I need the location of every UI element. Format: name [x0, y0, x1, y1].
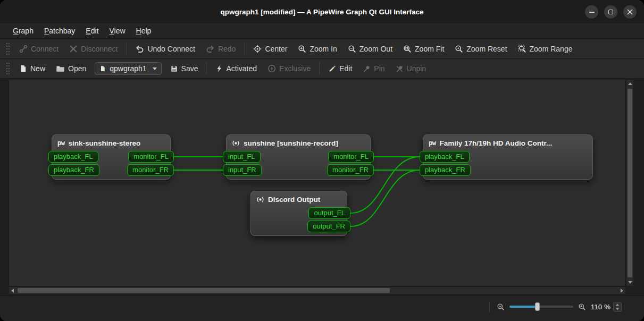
menu-edit[interactable]: Edit — [80, 24, 104, 37]
new-button[interactable]: New — [15, 62, 49, 75]
record-icon — [256, 196, 264, 204]
open-button[interactable]: Open — [52, 62, 90, 75]
slider-fill — [509, 306, 536, 308]
zoom-reset-button[interactable]: Zoom Reset — [450, 43, 511, 55]
disconnect-button[interactable]: Disconnect — [65, 43, 122, 55]
toolbar-separator — [206, 62, 207, 75]
scroll-down-button[interactable] — [626, 279, 633, 286]
exclusive-label: Exclusive — [279, 64, 311, 73]
activated-label: Activated — [226, 64, 257, 73]
zoom-fit-label: Zoom Fit — [415, 45, 444, 53]
zoom-out-button[interactable]: Zoom Out — [344, 43, 397, 55]
slider-handle[interactable] — [535, 302, 540, 311]
graph-canvas[interactable]: pw sink-sunshine-stereo playback_FL moni… — [9, 80, 626, 286]
pipewire-icon: pw — [57, 139, 64, 147]
activated-button[interactable]: Activated — [211, 62, 261, 75]
edit-button[interactable]: Edit — [324, 62, 356, 75]
maximize-icon — [608, 10, 613, 14]
toolbar-drag-handle[interactable] — [6, 43, 10, 55]
open-label: Open — [68, 64, 86, 73]
scroll-up-button[interactable] — [626, 80, 633, 87]
input-port[interactable]: playback_FR — [48, 164, 99, 176]
zoom-out-label: Zoom Out — [359, 45, 392, 53]
zoom-slider[interactable] — [509, 302, 573, 311]
scroll-left-button[interactable] — [9, 287, 16, 294]
menu-graph[interactable]: Graph — [7, 24, 39, 37]
close-icon — [627, 9, 633, 15]
zoom-range-label: Zoom Range — [530, 45, 573, 53]
input-port[interactable]: playback_FL — [48, 151, 98, 163]
zoom-in-button[interactable]: Zoom In — [294, 43, 341, 55]
undo-connect-button[interactable]: Undo Connect — [131, 43, 199, 56]
save-icon — [170, 65, 178, 73]
horizontal-scrollbar[interactable] — [9, 286, 626, 294]
node-family-hd-audio[interactable]: pw Family 17h/19h HD Audio Contr... play… — [423, 134, 593, 180]
pin-label: Pin — [374, 64, 384, 73]
statusbar-separator — [489, 301, 490, 312]
output-port[interactable]: output_FL — [308, 207, 350, 219]
zoom-range-button[interactable]: Zoom Range — [514, 43, 577, 55]
node-header: pw sink-sunshine-stereo — [52, 135, 170, 151]
toolbar-separator — [319, 62, 320, 75]
zoom-controls: 110 % — [489, 300, 622, 313]
vertical-scrollbar-thumb[interactable] — [628, 89, 632, 277]
scroll-right-button[interactable] — [618, 287, 625, 294]
arrow-left-icon — [11, 289, 14, 293]
arrow-down-icon — [628, 281, 632, 284]
output-port[interactable]: monitor_FR — [127, 164, 174, 176]
horizontal-scrollbar-thumb[interactable] — [18, 288, 390, 293]
exclusive-icon — [267, 64, 276, 73]
unpin-button[interactable]: Unpin — [391, 62, 431, 75]
toolbar-drag-handle[interactable] — [6, 63, 10, 74]
menu-view[interactable]: View — [104, 24, 130, 37]
node-sink-sunshine-stereo[interactable]: pw sink-sunshine-stereo playback_FL moni… — [52, 134, 171, 180]
node-discord-output[interactable]: Discord Output output_FL output_FR — [250, 191, 347, 236]
zoom-out-icon — [348, 45, 356, 53]
pin-icon — [363, 65, 371, 73]
zoom-reset-label: Zoom Reset — [466, 45, 507, 53]
pipewire-icon: pw — [429, 139, 436, 147]
menu-help[interactable]: Help — [131, 24, 157, 37]
spin-up-button[interactable] — [616, 303, 619, 306]
save-button[interactable]: Save — [166, 62, 203, 75]
connect-button[interactable]: Connect — [15, 43, 63, 55]
zoom-spinbox[interactable]: 110 % — [591, 302, 622, 312]
unpin-label: Unpin — [407, 64, 426, 73]
input-port[interactable]: playback_FL — [420, 151, 470, 163]
app-window: qpwgraph1 [modified] — A PipeWire Graph … — [0, 0, 644, 321]
output-port[interactable]: monitor_FL — [128, 151, 174, 163]
output-port[interactable]: output_FR — [307, 221, 350, 232]
close-button[interactable] — [623, 5, 637, 19]
zoom-reset-icon — [455, 45, 463, 53]
redo-button[interactable]: Redo — [202, 43, 240, 56]
edit-pencil-icon — [328, 65, 336, 73]
vertical-scrollbar[interactable] — [626, 80, 634, 286]
node-sunshine-record[interactable]: sunshine [sunshine-record] input_FL moni… — [226, 134, 371, 180]
zoom-fit-button[interactable]: Zoom Fit — [399, 43, 448, 55]
zoom-in-label: Zoom In — [310, 45, 337, 53]
maximize-button[interactable] — [604, 5, 617, 19]
preset-file-icon — [99, 65, 106, 72]
center-button[interactable]: Center — [249, 43, 291, 55]
disconnect-label: Disconnect — [81, 45, 118, 53]
patchbay-preset-combo[interactable]: qpwgraph1 — [95, 62, 161, 75]
new-label: New — [30, 64, 45, 73]
zoom-fit-icon — [403, 45, 412, 53]
input-port[interactable]: playback_FR — [420, 164, 471, 176]
minimize-button[interactable] — [585, 5, 598, 19]
exclusive-button[interactable]: Exclusive — [263, 62, 315, 75]
output-port[interactable]: monitor_FL — [328, 151, 374, 163]
titlebar[interactable]: qpwgraph1 [modified] — A PipeWire Graph … — [0, 0, 644, 23]
node-title: sunshine [sunshine-record] — [244, 139, 338, 147]
pin-button[interactable]: Pin — [358, 62, 389, 75]
minimize-icon — [589, 12, 595, 13]
input-port[interactable]: input_FL — [223, 151, 261, 163]
output-port[interactable]: monitor_FR — [327, 164, 374, 176]
node-header: pw Family 17h/19h HD Audio Contr... — [423, 135, 592, 151]
zoom-in-icon[interactable] — [578, 303, 586, 311]
input-port[interactable]: input_FR — [223, 164, 262, 176]
spin-down-button[interactable] — [616, 308, 619, 310]
toolbar-separator — [126, 43, 127, 55]
menu-patchbay[interactable]: Patchbay — [39, 24, 80, 37]
zoom-out-icon[interactable] — [497, 303, 505, 311]
